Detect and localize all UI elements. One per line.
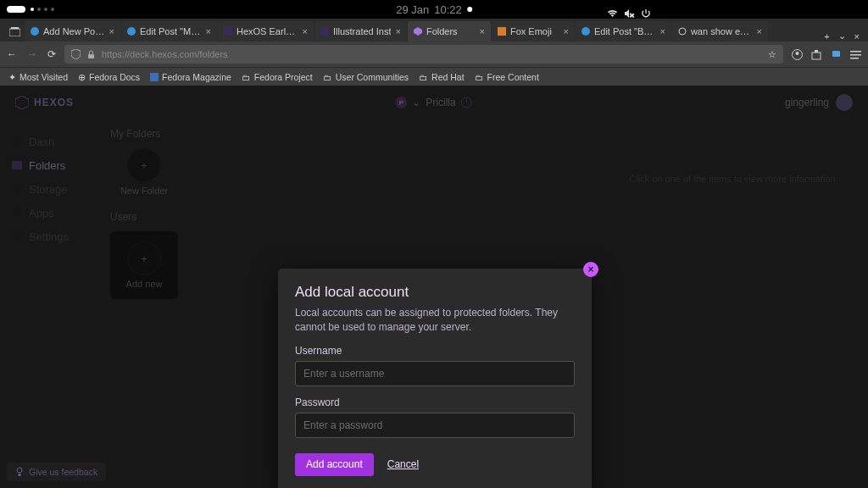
svg-rect-15 [832,51,840,57]
tab-close-icon[interactable]: × [206,26,211,36]
modal-description: Local accounts can be assigned to protec… [295,306,575,335]
tab-label: Folders [426,26,476,36]
svg-rect-14 [815,50,818,53]
lock-icon[interactable] [87,50,95,59]
tab-close-icon[interactable]: × [479,26,484,36]
back-icon[interactable]: ← [7,48,17,60]
browser-toolbar: ← → ⟳ https://deck.hexos.com/folders ☆ [0,42,868,67]
tab-close-icon[interactable]: × [756,26,761,36]
sidebar-item-apps[interactable]: Apps [12,201,93,225]
tab-0[interactable]: Add New Post ‹ A × [25,21,120,42]
wordpress-icon [127,27,136,36]
tab-2[interactable]: HexOS Early A × [218,21,314,42]
close-icon: × [587,263,593,275]
shield-icon[interactable] [71,49,81,59]
sidebar-item-storage[interactable]: Storage [12,177,93,201]
bookmark-most-visited[interactable]: ✦ Most Visited [8,72,68,82]
svg-marker-20 [15,96,29,109]
power-menu-icon[interactable] [461,97,473,108]
window-close-icon[interactable]: × [854,31,860,42]
tab-7[interactable]: wan show emoji × [672,21,768,42]
plus-icon: + [127,241,161,275]
folders-icon [12,161,22,169]
svg-rect-23 [19,474,21,476]
tab-1[interactable]: Edit Post "Makin × [121,21,217,42]
address-bar[interactable]: https://deck.hexos.com/folders ☆ [64,45,783,64]
lightbulb-icon [15,467,24,477]
svg-point-9 [679,28,686,35]
tab-5[interactable]: Fox Emoji × [492,21,575,42]
bookmark-user-communities[interactable]: 🗀 User Communities [323,72,409,82]
new-tab-icon[interactable]: + [824,31,829,42]
modal-close-button[interactable]: × [583,262,598,277]
svg-rect-5 [320,27,329,36]
reload-icon[interactable]: ⟳ [47,48,56,60]
extension-icon[interactable] [811,49,822,60]
add-user-card[interactable]: + Add new [110,231,178,299]
brand-text: HEXOS [34,97,74,108]
volume-icon [625,9,635,18]
bookmark-fedora-docs[interactable]: ⊕ Fedora Docs [78,72,140,82]
feedback-button[interactable]: Give us feedback [7,463,106,481]
tab-close-icon[interactable]: × [563,26,568,36]
info-placeholder: Click on one of the items to view more i… [614,128,851,230]
pocket-icon[interactable] [831,49,842,60]
cancel-link[interactable]: Cancel [387,458,419,470]
svg-point-2 [31,27,39,36]
section-users: Users [110,211,597,223]
forward-icon[interactable]: → [27,48,37,60]
server-switcher[interactable]: P ⌄ Pricilla [395,97,472,108]
hexos-icon [414,27,422,36]
svg-point-8 [581,27,590,36]
overflow-menu-icon[interactable] [850,50,861,59]
svg-rect-18 [850,58,859,59]
svg-rect-16 [850,51,861,53]
app-header: HEXOS P ⌄ Pricilla gingerling [0,86,868,119]
svg-point-22 [17,468,22,473]
hexos-icon [320,27,329,36]
svg-rect-17 [850,54,861,56]
sidebar-toggle-icon[interactable] [5,21,24,42]
tab-close-icon[interactable]: × [659,26,665,36]
tab-close-icon[interactable]: × [303,26,308,36]
bookmark-red-hat[interactable]: 🗀 Red Hat [419,72,465,82]
hexos-icon [224,27,232,36]
bookmark-free-content[interactable]: 🗀 Free Content [475,72,539,82]
wifi-icon [607,9,618,18]
sidebar-item-dash[interactable]: Dash [12,130,93,153]
tab-close-icon[interactable]: × [109,26,114,36]
add-account-button[interactable]: Add account [295,453,374,476]
account-name: gingerling [785,97,829,108]
page-viewport: HEXOS P ⌄ Pricilla gingerling Dash Folde… [0,86,868,488]
globe-icon [678,27,687,36]
tab-label: HexOS Early A [236,26,298,36]
sidebar-item-folders[interactable]: Folders [12,153,93,177]
all-tabs-icon[interactable]: ⌄ [838,30,846,42]
system-tray[interactable] [607,1,861,18]
new-folder-label: New Folder [110,186,178,196]
password-input[interactable] [295,413,575,438]
svg-marker-6 [414,27,422,36]
activities-pill[interactable] [7,6,25,13]
username-input[interactable] [295,361,575,386]
tab-close-icon[interactable]: × [395,26,400,36]
svg-rect-1 [11,27,19,29]
tab-4[interactable]: Folders × [408,21,491,42]
tab-6[interactable]: Edit Post "Buildi × [576,21,671,42]
account-menu[interactable]: gingerling [785,94,853,111]
bookmark-star-icon[interactable]: ☆ [768,49,776,60]
settings-icon [12,231,22,241]
bookmark-fedora-magazine[interactable]: Fedora Magazine [150,72,231,82]
brand[interactable]: HEXOS [15,96,74,109]
tab-3[interactable]: Illustrated Inst × [314,21,407,42]
bookmark-fedora-project[interactable]: 🗀 Fedora Project [242,72,313,82]
new-folder-card[interactable]: + New Folder [110,148,178,196]
workspace-dots [31,8,54,11]
apps-icon [12,208,22,218]
sidebar-item-settings[interactable]: Settings [12,225,93,248]
recording-dot-icon [467,7,472,12]
wordpress-icon [31,27,39,36]
svg-rect-4 [224,27,232,36]
account-icon[interactable] [792,49,803,60]
svg-rect-19 [150,73,159,81]
